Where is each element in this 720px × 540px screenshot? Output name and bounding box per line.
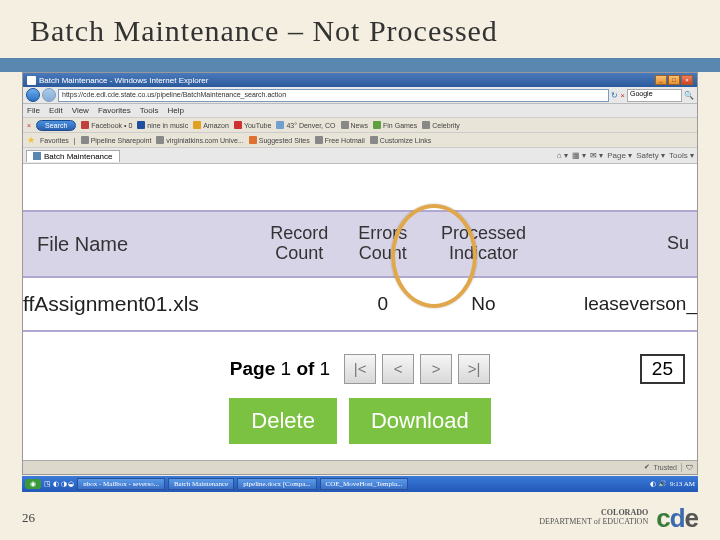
forward-button[interactable] (42, 88, 56, 102)
system-tray[interactable]: ◐ 🔊 9:13 AM (650, 480, 695, 488)
search-icon[interactable]: 🔍 (684, 91, 694, 100)
task-outlook[interactable]: nbox - Mailbox - severso... (77, 478, 165, 490)
task-word[interactable]: pipeline.docx [Compa... (237, 478, 316, 490)
pagination: Page 1 of 1 |< < > >| 25 (23, 332, 697, 392)
fav-icon (156, 136, 164, 144)
task-excel[interactable]: COE_MoveHost_Templa... (320, 478, 409, 490)
col-file-name[interactable]: File Name (23, 212, 255, 277)
stop-icon[interactable]: × (620, 91, 625, 100)
tab-strip: Batch Maintenance ⌂ ▾ ▦ ▾ ✉ ▾ Page ▾ Saf… (23, 148, 697, 164)
home-icon[interactable]: ⌂ ▾ (557, 151, 568, 160)
favorites-toolbar: ★ Favorites | Pipeline Sharepoint virgin… (23, 133, 697, 148)
slide-page-number: 26 (22, 510, 35, 526)
link-icon (373, 121, 381, 129)
menu-tools[interactable]: Tools (140, 106, 159, 115)
refresh-icon[interactable]: ↻ (611, 91, 618, 100)
link-icon (193, 121, 201, 129)
pager-first-button[interactable]: |< (344, 354, 376, 384)
cde-logo: cde (656, 503, 698, 534)
tool-safety[interactable]: Safety ▾ (636, 151, 665, 160)
minimize-button[interactable]: _ (655, 75, 667, 85)
link-icon (341, 121, 349, 129)
menu-view[interactable]: View (72, 106, 89, 115)
zone-icon: ✔ (644, 463, 650, 471)
fav-hotmail[interactable]: Free Hotmail (325, 137, 365, 144)
link-icon (234, 121, 242, 129)
close-button[interactable]: × (681, 75, 693, 85)
link-news[interactable]: News (351, 122, 369, 129)
col-errors-count[interactable]: ErrorsCount (344, 212, 422, 277)
favorites-star-icon[interactable]: ★ (27, 135, 35, 145)
task-browser[interactable]: Batch Maintenance (168, 478, 234, 490)
fav-sharepoint[interactable]: Pipeline Sharepoint (91, 137, 152, 144)
page-size-select[interactable]: 25 (640, 354, 685, 384)
col-record-count[interactable]: RecordCount (255, 212, 344, 277)
menu-bar: File Edit View Favorites Tools Help (23, 104, 697, 118)
menu-file[interactable]: File (27, 106, 40, 115)
tab-favicon (33, 152, 41, 160)
slide-title: Batch Maintenance – Not Processed (0, 0, 720, 58)
link-facebook[interactable]: Facebook (91, 122, 122, 129)
fav-virgin[interactable]: virginiatkins.com Unive... (166, 137, 243, 144)
accent-bar (0, 58, 720, 72)
link-celebrity[interactable]: Celebrity (432, 122, 460, 129)
search-provider-box[interactable]: Google (627, 89, 682, 102)
start-button[interactable]: ◉ (25, 479, 41, 489)
address-input[interactable]: https://cde.edl.cde.state.co.us/pipeline… (58, 89, 609, 102)
pager-text: Page 1 of 1 (230, 358, 330, 380)
maximize-button[interactable]: □ (668, 75, 680, 85)
tool-tools[interactable]: Tools ▾ (669, 151, 694, 160)
tab-batch-maintenance[interactable]: Batch Maintenance (26, 150, 120, 162)
download-button[interactable]: Download (349, 398, 491, 444)
status-bar: ✔ Trusted 🛡 (23, 460, 697, 474)
link-icon (422, 121, 430, 129)
menu-help[interactable]: Help (167, 106, 183, 115)
pager-last-button[interactable]: >| (458, 354, 490, 384)
window-favicon (27, 76, 36, 85)
table-row[interactable]: ffAssignment01.xls 0 No leaseverson_ (23, 277, 697, 331)
col-processed-indicator[interactable]: ProcessedIndicator (422, 212, 546, 277)
favorites-label: Favorites (40, 137, 69, 144)
mail-icon[interactable]: ✉ ▾ (590, 151, 603, 160)
pager-prev-button[interactable]: < (382, 354, 414, 384)
link-games[interactable]: Fin Games (383, 122, 417, 129)
link-icon (81, 121, 89, 129)
link-icon (137, 121, 145, 129)
cell-file-name: ffAssignment01.xls (23, 277, 255, 331)
action-buttons: Delete Download (23, 392, 697, 460)
pager-next-button[interactable]: > (420, 354, 452, 384)
links-toolbar: × Search Facebook • 0 nine in music Amaz… (23, 118, 697, 133)
link-youtube[interactable]: YouTube (244, 122, 272, 129)
cell-record-count (255, 277, 344, 331)
toolbar-search-button[interactable]: Search (36, 120, 76, 131)
tab-label: Batch Maintenance (44, 152, 113, 161)
back-button[interactable] (26, 88, 40, 102)
window-title-bar: Batch Maintenance - Windows Internet Exp… (23, 73, 697, 87)
link-amazon[interactable]: Amazon (203, 122, 229, 129)
zone-label: Trusted (654, 464, 677, 471)
quick-launch[interactable]: ◳ ◐ ◑ ◒ (44, 480, 74, 488)
menu-edit[interactable]: Edit (49, 106, 63, 115)
window-title-text: Batch Maintenance - Windows Internet Exp… (39, 76, 208, 85)
col-submitter[interactable]: Su (545, 212, 697, 277)
protected-mode-icon: 🛡 (686, 464, 693, 471)
fav-suggested[interactable]: Suggested Sites (259, 137, 310, 144)
batch-table: File Name RecordCount ErrorsCount Proces… (23, 212, 697, 332)
browser-window: Batch Maintenance - Windows Internet Exp… (22, 72, 698, 475)
cell-errors-count: 0 (344, 277, 422, 331)
fav-customize[interactable]: Customize Links (380, 137, 431, 144)
page-content: File Name RecordCount ErrorsCount Proces… (23, 164, 697, 460)
address-bar-row: https://cde.edl.cde.state.co.us/pipeline… (23, 87, 697, 104)
fav-icon (81, 136, 89, 144)
windows-taskbar: ◉ ◳ ◐ ◑ ◒ nbox - Mailbox - severso... Ba… (22, 476, 698, 492)
link-weather[interactable]: 43° Denver, CO (286, 122, 335, 129)
brand-block: COLORADO DEPARTMENT of EDUCATION cde (539, 503, 698, 534)
link-music[interactable]: nine in music (147, 122, 188, 129)
cell-submitter: leaseverson_ (545, 277, 697, 331)
menu-favorites[interactable]: Favorites (98, 106, 131, 115)
clock: 9:13 AM (670, 480, 695, 488)
tool-page[interactable]: Page ▾ (607, 151, 632, 160)
delete-button[interactable]: Delete (229, 398, 337, 444)
tray-icons[interactable]: ◐ 🔊 (650, 480, 667, 488)
feeds-icon[interactable]: ▦ ▾ (572, 151, 586, 160)
